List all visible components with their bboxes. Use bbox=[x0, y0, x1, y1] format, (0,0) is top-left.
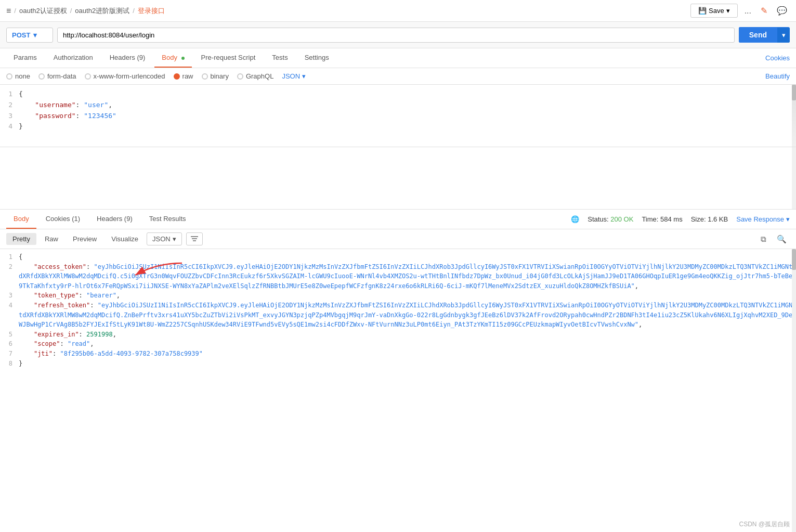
option-urlencoded[interactable]: x-www-form-urlencoded bbox=[85, 72, 165, 80]
line-number-1: 1 bbox=[0, 89, 19, 100]
binary-label: binary bbox=[211, 72, 229, 80]
editor-scrollbar-bottom[interactable] bbox=[792, 147, 796, 209]
editor-scrollbar-thumb bbox=[792, 85, 796, 100]
response-scrollbar[interactable] bbox=[792, 249, 796, 532]
menu-icon[interactable]: ≡ bbox=[6, 6, 11, 16]
response-tab-body[interactable]: Body bbox=[6, 210, 36, 229]
save-response-button[interactable]: Save Response ▾ bbox=[736, 215, 790, 223]
response-tab-cookies[interactable]: Cookies (1) bbox=[38, 210, 87, 229]
resp-content-5: "expires_in": 2591998, bbox=[19, 330, 796, 340]
response-tabs: Body Cookies (1) Headers (9) Test Result… bbox=[0, 210, 796, 229]
urlencoded-radio-icon bbox=[85, 73, 91, 80]
line-content-1: { bbox=[19, 89, 796, 100]
top-bar: ≡ / oauth2认证授权 / oauth2进阶版测试 / 登录接口 💾 Sa… bbox=[0, 0, 796, 22]
option-form-data[interactable]: form-data bbox=[38, 72, 76, 80]
request-bar: POST ▾ Send ▾ bbox=[0, 22, 796, 48]
line-content-4: } bbox=[19, 121, 796, 132]
time-value: 584 ms bbox=[660, 215, 683, 223]
line-number-2: 2 bbox=[0, 100, 19, 111]
comment-button[interactable]: 💬 bbox=[774, 3, 790, 18]
format-visualize[interactable]: Visualize bbox=[105, 233, 145, 245]
status-label: Status: 200 OK bbox=[588, 215, 633, 223]
code-line-2: 2 "username": "user", bbox=[0, 100, 796, 111]
resp-num-2: 2 bbox=[0, 262, 19, 272]
response-section: Body Cookies (1) Headers (9) Test Result… bbox=[0, 210, 796, 532]
tab-body[interactable]: Body bbox=[154, 48, 191, 68]
line-number-4: 4 bbox=[0, 121, 19, 132]
resp-num-1: 1 bbox=[0, 252, 19, 262]
format-pretty[interactable]: Pretty bbox=[6, 233, 36, 245]
method-chevron-icon: ▾ bbox=[33, 31, 37, 39]
graphql-label: GraphQL bbox=[246, 72, 273, 80]
tab-pre-request[interactable]: Pre-request Script bbox=[194, 48, 263, 68]
beautify-button[interactable]: Beautify bbox=[765, 72, 790, 80]
json-type-selector[interactable]: JSON ▾ bbox=[282, 72, 306, 80]
resp-num-4: 4 bbox=[0, 301, 19, 310]
request-tabs: Params Authorization Headers (9) Body Pr… bbox=[0, 48, 796, 68]
cookies-link[interactable]: Cookies bbox=[765, 49, 790, 67]
url-input[interactable] bbox=[57, 28, 735, 43]
edit-button[interactable]: ✎ bbox=[758, 3, 770, 18]
save-response-label: Save Response bbox=[736, 215, 784, 223]
tab-params[interactable]: Params bbox=[6, 48, 44, 68]
save-button[interactable]: 💾 Save ▾ bbox=[690, 4, 738, 18]
response-right-icons: ⧉ 🔍 bbox=[758, 233, 790, 245]
status-value: 200 OK bbox=[610, 215, 633, 223]
save-icon: 💾 bbox=[698, 7, 707, 15]
send-main-button[interactable]: Send bbox=[739, 27, 777, 43]
response-tab-headers[interactable]: Headers (9) bbox=[89, 210, 140, 229]
request-body-editor[interactable]: 1 { 2 "username": "user", 3 "password": … bbox=[0, 85, 796, 147]
option-binary[interactable]: binary bbox=[202, 72, 229, 80]
resp-content-1: { bbox=[19, 252, 796, 262]
option-none[interactable]: none bbox=[6, 72, 30, 80]
binary-radio-icon bbox=[202, 73, 208, 80]
line-number-3: 3 bbox=[0, 111, 19, 122]
form-data-label: form-data bbox=[47, 72, 76, 80]
json-chevron-icon: ▾ bbox=[302, 72, 306, 80]
time-label: Time: 584 ms bbox=[642, 215, 682, 223]
tab-tests[interactable]: Tests bbox=[265, 48, 295, 68]
tab-settings[interactable]: Settings bbox=[297, 48, 336, 68]
code-line-3: 3 "password": "123456" bbox=[0, 111, 796, 122]
size-label: Size: 1.6 KB bbox=[691, 215, 728, 223]
response-tab-test-results[interactable]: Test Results bbox=[142, 210, 193, 229]
response-scrollbar-thumb bbox=[792, 249, 796, 270]
resp-line-3: 3 "token_type": "bearer", bbox=[0, 291, 796, 301]
breadcrumb: ≡ / oauth2认证授权 / oauth2进阶版测试 / 登录接口 bbox=[6, 6, 165, 16]
code-line-1: 1 { bbox=[0, 89, 796, 100]
send-arrow-button[interactable]: ▾ bbox=[777, 28, 790, 43]
raw-label: raw bbox=[182, 72, 193, 80]
tab-authorization[interactable]: Authorization bbox=[46, 48, 100, 68]
search-response-button[interactable]: 🔍 bbox=[774, 233, 790, 245]
more-button[interactable]: ... bbox=[742, 4, 754, 18]
tab-headers[interactable]: Headers (9) bbox=[102, 48, 153, 68]
filter-button[interactable] bbox=[186, 232, 203, 245]
copy-response-button[interactable]: ⧉ bbox=[758, 233, 769, 245]
method-selector[interactable]: POST ▾ bbox=[6, 28, 53, 43]
resp-line-5: 5 "expires_in": 2591998, bbox=[0, 330, 796, 340]
urlencoded-label: x-www-form-urlencoded bbox=[94, 72, 165, 80]
format-preview[interactable]: Preview bbox=[67, 233, 103, 245]
save-chevron-icon: ▾ bbox=[726, 7, 730, 15]
save-label: Save bbox=[709, 7, 724, 15]
resp-num-7: 7 bbox=[0, 349, 19, 359]
resp-num-5: 5 bbox=[0, 330, 19, 340]
globe-icon: 🌐 bbox=[571, 215, 579, 223]
breadcrumb-item-2[interactable]: oauth2进阶版测试 bbox=[75, 6, 129, 16]
option-raw[interactable]: raw bbox=[174, 72, 193, 80]
line-content-2: "username": "user", bbox=[19, 100, 796, 111]
none-label: none bbox=[15, 72, 30, 80]
code-line-4: 4 } bbox=[0, 121, 796, 132]
line-content-3: "password": "123456" bbox=[19, 111, 796, 122]
json-badge-label: JSON bbox=[152, 235, 171, 243]
method-label: POST bbox=[12, 31, 30, 39]
breadcrumb-item-1[interactable]: oauth2认证授权 bbox=[19, 6, 67, 16]
response-json-selector[interactable]: JSON ▾ bbox=[147, 232, 182, 245]
raw-radio-icon bbox=[174, 73, 180, 80]
body-options: none form-data x-www-form-urlencoded raw… bbox=[0, 68, 796, 85]
response-body[interactable]: 1 { 2 "access_token": "eyJhbGciOiJSUzI1N… bbox=[0, 249, 796, 532]
response-status-bar: 🌐 Status: 200 OK Time: 584 ms Size: 1.6 … bbox=[571, 215, 790, 223]
format-raw[interactable]: Raw bbox=[38, 233, 64, 245]
resp-num-8: 8 bbox=[0, 359, 19, 369]
option-graphql[interactable]: GraphQL bbox=[237, 72, 273, 80]
